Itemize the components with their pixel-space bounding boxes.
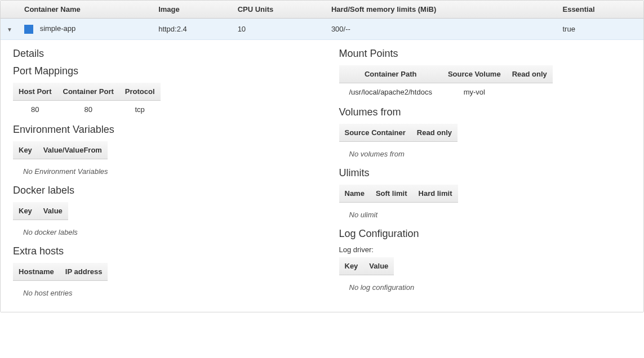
log-config-h-value: Value xyxy=(363,257,394,275)
extra-hosts-h-ip: IP address xyxy=(60,263,108,281)
log-driver-label: Log driver: xyxy=(339,245,632,254)
port-mapping-row: 80 80 tcp xyxy=(13,100,161,118)
ulimits-empty: No ulimit xyxy=(339,207,632,222)
container-detail-row: Details Port Mappings Host Port Containe… xyxy=(1,39,643,312)
docker-labels-h-value: Value xyxy=(38,202,68,220)
table-header-row: Container Name Image CPU Units Hard/Soft… xyxy=(1,1,643,19)
section-mount-points: Mount Points xyxy=(339,48,632,60)
section-docker-labels: Docker labels xyxy=(13,185,305,196)
mount-points-h-readonly: Read only xyxy=(507,65,553,83)
header-container-name[interactable]: Container Name xyxy=(19,1,153,19)
container-name-text: simple-app xyxy=(40,24,76,33)
header-cpu-units[interactable]: CPU Units xyxy=(232,1,326,19)
mount-point-source: my-vol xyxy=(442,83,507,101)
mount-points-table: Container Path Source Volume Read only /… xyxy=(339,65,553,101)
extra-hosts-table: Hostname IP address xyxy=(13,263,108,281)
header-image[interactable]: Image xyxy=(153,1,232,19)
ulimits-table: Name Soft limit Hard limit xyxy=(339,185,458,203)
row-expander-toggle[interactable]: ▼ xyxy=(1,19,19,40)
port-mapping-container: 80 xyxy=(57,100,119,118)
ulimits-h-hard: Hard limit xyxy=(413,185,458,203)
docker-labels-empty: No docker labels xyxy=(13,225,305,240)
section-port-mappings: Port Mappings xyxy=(13,65,305,77)
extra-hosts-h-hostname: Hostname xyxy=(13,263,60,281)
env-vars-empty: No Environment Variables xyxy=(13,164,305,179)
port-mappings-h-host: Host Port xyxy=(13,83,57,101)
header-memory[interactable]: Hard/Soft memory limits (MiB) xyxy=(326,1,557,19)
port-mapping-host: 80 xyxy=(13,100,57,118)
env-vars-table: Key Value/ValueFrom xyxy=(13,141,108,159)
chevron-down-icon: ▼ xyxy=(7,26,12,33)
ulimits-h-name: Name xyxy=(339,185,370,203)
container-color-swatch xyxy=(24,25,33,34)
env-vars-h-key: Key xyxy=(13,141,38,159)
mount-point-readonly xyxy=(507,83,553,101)
header-essential[interactable]: Essential xyxy=(557,1,643,19)
mount-point-path: /usr/local/apache2/htdocs xyxy=(339,83,442,101)
cell-container-name: simple-app xyxy=(19,19,153,40)
docker-labels-table: Key Value xyxy=(13,202,68,220)
section-env-vars: Environment Variables xyxy=(13,124,305,136)
details-right-column: Mount Points Container Path Source Volum… xyxy=(339,48,632,301)
env-vars-h-value: Value/ValueFrom xyxy=(38,141,108,159)
section-log-config: Log Configuration xyxy=(339,228,632,240)
cell-cpu: 10 xyxy=(232,19,326,40)
port-mappings-table: Host Port Container Port Protocol 80 80 xyxy=(13,83,161,118)
log-config-table: Key Value xyxy=(339,257,394,275)
section-extra-hosts: Extra hosts xyxy=(13,245,305,257)
volumes-from-empty: No volumes from xyxy=(339,146,632,162)
section-volumes-from: Volumes from xyxy=(339,106,632,118)
section-ulimits: Ulimits xyxy=(339,167,632,179)
details-left-column: Details Port Mappings Host Port Containe… xyxy=(13,48,305,301)
log-config-h-key: Key xyxy=(339,257,364,275)
ulimits-h-soft: Soft limit xyxy=(370,185,413,203)
container-row[interactable]: ▼ simple-app httpd:2.4 10 300/-- true xyxy=(1,19,643,40)
volumes-from-h-readonly: Read only xyxy=(411,124,458,142)
port-mapping-protocol: tcp xyxy=(119,100,161,118)
mount-points-h-path: Container Path xyxy=(339,65,442,83)
port-mappings-h-protocol: Protocol xyxy=(119,83,161,101)
docker-labels-h-key: Key xyxy=(13,202,38,220)
volumes-from-table: Source Container Read only xyxy=(339,124,458,142)
extra-hosts-empty: No host entries xyxy=(13,285,305,301)
mount-point-row: /usr/local/apache2/htdocs my-vol xyxy=(339,83,553,101)
port-mappings-h-container: Container Port xyxy=(57,83,119,101)
cell-essential: true xyxy=(557,19,643,40)
section-details: Details xyxy=(13,48,305,60)
volumes-from-h-source: Source Container xyxy=(339,124,411,142)
header-expander xyxy=(1,1,19,19)
log-config-empty: No log configuration xyxy=(339,280,632,295)
cell-memory: 300/-- xyxy=(326,19,557,40)
mount-points-h-source: Source Volume xyxy=(442,65,507,83)
cell-image: httpd:2.4 xyxy=(153,19,232,40)
